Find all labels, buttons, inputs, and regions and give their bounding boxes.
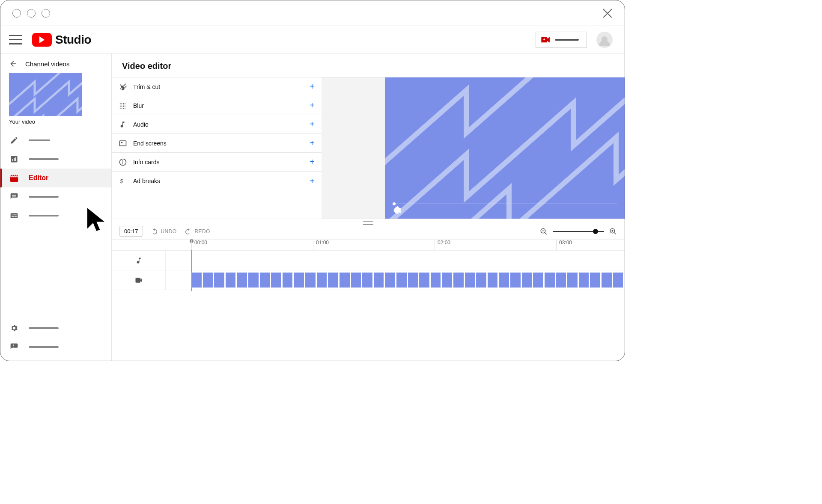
zoom-in-icon[interactable] xyxy=(609,228,617,235)
video-clip[interactable] xyxy=(442,273,452,288)
player-settings-icon[interactable] xyxy=(608,206,617,215)
svg-point-15 xyxy=(123,103,124,104)
tool-end-screens[interactable]: End screens + xyxy=(112,134,322,153)
video-clip[interactable] xyxy=(567,273,578,288)
video-clip[interactable] xyxy=(613,273,623,288)
video-clip[interactable] xyxy=(374,273,384,288)
video-clip[interactable] xyxy=(340,273,350,288)
video-clip[interactable] xyxy=(453,273,464,288)
create-button[interactable] xyxy=(536,32,587,48)
add-icon[interactable]: + xyxy=(310,176,315,186)
drag-handle-icon[interactable] xyxy=(363,221,373,225)
sidebar: Channel videos Your video xyxy=(0,53,112,361)
video-clip[interactable] xyxy=(602,273,612,288)
video-clip[interactable] xyxy=(226,273,236,288)
video-clip[interactable] xyxy=(476,273,486,288)
tool-audio[interactable]: Audio + xyxy=(112,115,322,134)
volume-icon[interactable] xyxy=(444,206,453,215)
video-clip[interactable] xyxy=(305,273,316,288)
add-icon[interactable]: + xyxy=(310,82,315,92)
video-clip[interactable] xyxy=(328,273,338,288)
sidebar-item-settings[interactable] xyxy=(0,319,111,338)
brand[interactable]: Studio xyxy=(32,33,91,47)
video-clip[interactable] xyxy=(271,273,281,288)
video-clip[interactable] xyxy=(237,273,247,288)
window-chrome xyxy=(0,0,625,26)
video-clip[interactable] xyxy=(408,273,418,288)
blur-grid-icon xyxy=(119,102,131,110)
add-icon[interactable]: + xyxy=(310,119,315,129)
video-clip[interactable] xyxy=(579,273,589,288)
track-video[interactable] xyxy=(112,270,625,290)
add-icon[interactable]: + xyxy=(310,138,315,148)
video-clip[interactable] xyxy=(533,273,543,288)
video-clip[interactable] xyxy=(488,273,498,288)
video-clip[interactable] xyxy=(545,273,555,288)
ruler-tick: 02:00 xyxy=(435,240,450,250)
video-clip[interactable] xyxy=(499,273,509,288)
video-thumbnail[interactable] xyxy=(9,73,82,116)
sidebar-item-analytics[interactable] xyxy=(0,150,111,169)
video-clip[interactable] xyxy=(283,273,293,288)
video-clip[interactable] xyxy=(191,273,202,288)
sidebar-item-label: Editor xyxy=(29,174,48,182)
video-clip-strip[interactable] xyxy=(191,273,623,288)
video-clip[interactable] xyxy=(396,273,407,288)
video-camera-plus-icon xyxy=(541,36,551,43)
account-avatar[interactable] xyxy=(596,32,613,48)
undo-button[interactable]: UNDO xyxy=(151,228,177,235)
svg-point-16 xyxy=(125,103,125,104)
time-ruler[interactable]: 00:00 01:00 02:00 03:00 xyxy=(112,239,625,250)
forward-10-icon[interactable] xyxy=(427,206,436,215)
sidebar-item-subtitles[interactable] xyxy=(0,206,111,225)
video-clip[interactable] xyxy=(203,273,213,288)
replay-10-icon[interactable] xyxy=(410,206,419,215)
video-clip[interactable] xyxy=(556,273,566,288)
video-clip[interactable] xyxy=(510,273,521,288)
video-clip[interactable] xyxy=(522,273,532,288)
sidebar-item-editor[interactable]: Editor xyxy=(0,169,111,187)
track-audio[interactable] xyxy=(112,251,625,270)
svg-rect-12 xyxy=(13,215,17,216)
video-preview[interactable] xyxy=(385,77,625,219)
video-clip[interactable] xyxy=(419,273,429,288)
add-icon[interactable]: + xyxy=(310,157,315,167)
traffic-light[interactable] xyxy=(27,9,36,18)
your-video-label: Your video xyxy=(0,119,111,129)
close-icon[interactable] xyxy=(602,8,613,18)
tool-label: End screens xyxy=(131,140,310,147)
tool-info-cards[interactable]: Info cards + xyxy=(112,153,322,172)
video-clip[interactable] xyxy=(294,273,304,288)
video-clip[interactable] xyxy=(214,273,224,288)
svg-point-18 xyxy=(122,104,122,105)
svg-rect-9 xyxy=(12,216,14,217)
tool-ad-breaks[interactable]: $ Ad breaks + xyxy=(112,172,322,190)
sidebar-item-feedback[interactable] xyxy=(0,338,111,356)
video-clip[interactable] xyxy=(317,273,327,288)
sidebar-item-details[interactable] xyxy=(0,131,111,150)
video-clip[interactable] xyxy=(351,273,361,288)
video-clip[interactable] xyxy=(248,273,259,288)
back-to-channel-videos[interactable]: Channel videos xyxy=(0,53,111,72)
video-clip[interactable] xyxy=(362,273,372,288)
video-clip[interactable] xyxy=(431,273,441,288)
video-clip[interactable] xyxy=(590,273,600,288)
sidebar-item-comments[interactable] xyxy=(0,187,111,206)
traffic-light[interactable] xyxy=(12,9,21,18)
current-time[interactable]: 00:17 xyxy=(119,226,143,237)
tool-blur[interactable]: Blur + xyxy=(112,96,322,115)
menu-icon[interactable] xyxy=(9,35,22,44)
seek-bar[interactable] xyxy=(393,204,617,204)
zoom-slider[interactable] xyxy=(553,231,604,232)
video-clip[interactable] xyxy=(260,273,270,288)
placeholder-line xyxy=(29,139,50,141)
youtube-logo-icon xyxy=(32,33,52,47)
tool-trim-cut[interactable]: Trim & cut + xyxy=(112,77,322,96)
music-note-icon xyxy=(119,121,131,128)
traffic-light[interactable] xyxy=(42,9,50,18)
zoom-out-icon[interactable] xyxy=(540,228,548,235)
redo-button[interactable]: REDO xyxy=(184,228,210,235)
add-icon[interactable]: + xyxy=(310,101,315,110)
video-clip[interactable] xyxy=(385,273,395,288)
video-clip[interactable] xyxy=(465,273,475,288)
